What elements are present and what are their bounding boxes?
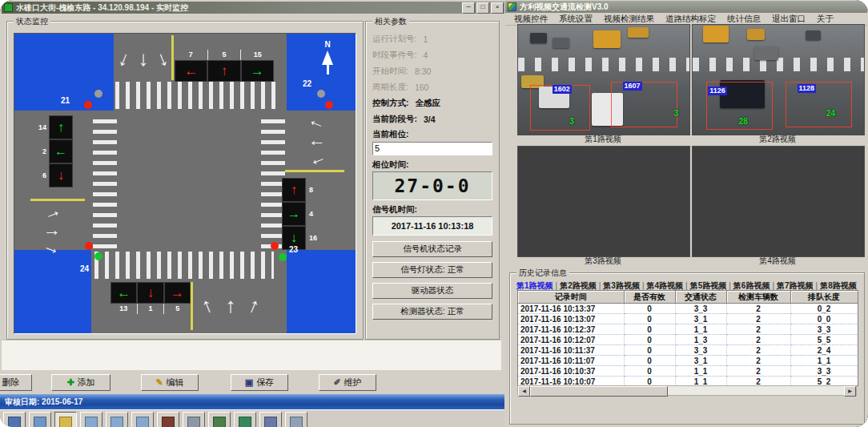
table-cell: 0 bbox=[624, 356, 675, 366]
add-icon bbox=[66, 378, 74, 387]
table-row[interactable]: 2017-11-16 10:13:0703_120_0 bbox=[518, 314, 858, 324]
params-button[interactable]: 检测器状态: 正常 bbox=[372, 304, 492, 320]
menu-item[interactable]: 视频检测结果 bbox=[598, 14, 660, 25]
detection-zone bbox=[786, 82, 852, 127]
taskbar-button[interactable] bbox=[54, 412, 77, 427]
lane-divider-east bbox=[285, 170, 344, 172]
menu-item[interactable]: 道路结构标定 bbox=[660, 14, 721, 25]
scrollbar-thumb[interactable] bbox=[530, 386, 668, 397]
table-cell: 3_1 bbox=[675, 356, 726, 366]
menu-item[interactable]: 系统设置 bbox=[553, 14, 598, 25]
taskbar-app-icon bbox=[59, 417, 72, 427]
params-button[interactable]: 信号灯状态: 正常 bbox=[372, 262, 492, 278]
icon-taskbar bbox=[0, 409, 504, 427]
taskbar-button[interactable] bbox=[285, 412, 307, 427]
tab-video-5[interactable]: 第5路视频 bbox=[690, 281, 727, 290]
video-feed-1[interactable]: 1602160733 bbox=[517, 24, 690, 135]
north-compass: N bbox=[315, 40, 340, 75]
taskbar-button[interactable] bbox=[131, 412, 154, 427]
taskbar-button[interactable] bbox=[80, 412, 102, 427]
maximize-button[interactable] bbox=[476, 2, 489, 14]
taskbar-button[interactable] bbox=[208, 412, 231, 427]
taskbar-app-icon bbox=[162, 417, 175, 427]
taskbar-button[interactable] bbox=[3, 412, 26, 427]
table-row[interactable]: 2017-11-16 10:11:0703_121_1 bbox=[518, 356, 858, 366]
signal-row: 14↑ bbox=[34, 115, 73, 139]
video-app-icon bbox=[508, 2, 516, 11]
menu-item[interactable]: 关于 bbox=[811, 14, 839, 25]
table-cell: 2 bbox=[726, 345, 790, 356]
toolbar-button-add[interactable]: 添加 bbox=[51, 374, 111, 391]
menu-item[interactable]: 视频控件 bbox=[508, 14, 553, 25]
taskbar-button[interactable] bbox=[183, 412, 205, 427]
tab-video-6[interactable]: 第6路视频 bbox=[733, 281, 770, 290]
lane-number: 1 bbox=[137, 304, 164, 314]
menu-item[interactable]: 退出窗口 bbox=[766, 14, 811, 25]
tab-video-2[interactable]: 第2路视频 bbox=[560, 281, 597, 290]
scroll-left-icon[interactable]: ◀ bbox=[518, 386, 530, 397]
video-feed-3[interactable] bbox=[517, 146, 690, 257]
table-cell: 0 bbox=[624, 335, 675, 345]
phase-arrow-icon: ← bbox=[184, 64, 198, 78]
tab-video-3[interactable]: 第3路视频 bbox=[603, 281, 640, 290]
video-feed-2[interactable]: 112611282824 bbox=[692, 24, 865, 135]
menu-item[interactable]: 统计信息 bbox=[721, 14, 766, 25]
taskbar-button[interactable] bbox=[29, 412, 51, 427]
tab-video-8[interactable]: 第8路视频 bbox=[820, 281, 857, 290]
table-row[interactable]: 2017-11-16 10:10:3701_123_3 bbox=[518, 366, 858, 377]
table-cell: 2 bbox=[726, 356, 790, 366]
tab-video-1[interactable]: 第1路视频 bbox=[516, 281, 553, 290]
vehicle bbox=[553, 38, 569, 47]
vehicle bbox=[593, 30, 621, 48]
tab-video-4[interactable]: 第4路视频 bbox=[647, 281, 684, 290]
table-row[interactable]: 2017-11-16 10:11:3703_322_4 bbox=[518, 345, 858, 356]
table-row[interactable]: 2017-11-16 10:12:0701_325_5 bbox=[518, 335, 858, 345]
signal-cell: ↓ bbox=[49, 163, 73, 187]
signal-cell: ← bbox=[175, 60, 207, 82]
close-button[interactable] bbox=[491, 2, 504, 14]
taskbar-app-icon bbox=[213, 417, 226, 427]
toolbar-button-save[interactable]: 保存 bbox=[231, 374, 288, 391]
params-button[interactable]: 信号机状态记录 bbox=[372, 241, 492, 257]
tab-separator: | bbox=[816, 281, 818, 290]
signal-count-row: 1315 bbox=[111, 304, 191, 314]
param-label: 运行计划号: bbox=[372, 34, 416, 45]
taskbar-button[interactable] bbox=[157, 412, 179, 427]
horizontal-scrollbar[interactable]: ◀ ▶ bbox=[517, 385, 857, 396]
params-group-label: 相关参数 bbox=[372, 16, 409, 27]
status-bar-text: 审核日期: 2015-06-17 bbox=[5, 397, 82, 408]
taskbar-app-icon bbox=[85, 417, 98, 427]
toolbar-button-edit[interactable]: 编辑 bbox=[141, 374, 199, 391]
signal-cell: ↑ bbox=[282, 178, 306, 202]
table-row[interactable]: 2017-11-16 10:13:3703_320_2 bbox=[518, 304, 858, 314]
toolbar-button-delete[interactable]: 删除 bbox=[0, 374, 32, 391]
parameters-group: 相关参数 运行计划号:1时段事件号:4开始时间:8:30周期长度:160 控制方… bbox=[365, 21, 500, 340]
param-label: 周期长度: bbox=[372, 82, 408, 93]
status-bar: 审核日期: 2015-06-17 bbox=[0, 394, 504, 409]
tab-video-7[interactable]: 第7路视频 bbox=[777, 281, 814, 290]
video-feed-4[interactable] bbox=[692, 146, 865, 257]
taskbar-button[interactable] bbox=[106, 412, 128, 427]
minimize-button[interactable] bbox=[462, 2, 475, 14]
toolbar-button-label: 删除 bbox=[2, 377, 20, 389]
taskbar-button[interactable] bbox=[234, 412, 256, 427]
param-value: 8:30 bbox=[415, 66, 431, 76]
current-phase-input[interactable] bbox=[372, 142, 492, 155]
status-group-label: 状态监控 bbox=[14, 16, 50, 27]
taskbar-app-icon bbox=[264, 417, 277, 427]
taskbar-button[interactable] bbox=[259, 412, 282, 427]
column-header: 检测车辆数 bbox=[726, 291, 790, 304]
table-cell: 2 bbox=[726, 314, 790, 324]
table-cell: 0_0 bbox=[790, 314, 858, 324]
signal-cell: ↑ bbox=[49, 115, 73, 139]
signal-group-west: 14↑2←6↓ bbox=[34, 115, 73, 187]
toolbar-button-maintain[interactable]: 维护 bbox=[319, 374, 376, 391]
vehicle bbox=[530, 33, 547, 44]
phase-arrow-icon: ↑ bbox=[58, 121, 64, 134]
table-row[interactable]: 2017-11-16 10:12:3701_123_3 bbox=[518, 324, 858, 335]
param-value: 160 bbox=[415, 83, 429, 92]
scroll-right-icon[interactable]: ▶ bbox=[844, 386, 856, 397]
param-field: 周期长度:160 bbox=[372, 79, 492, 95]
video-label-3: 第3路视频 bbox=[517, 256, 689, 266]
params-button[interactable]: 驱动器状态 bbox=[372, 283, 492, 299]
